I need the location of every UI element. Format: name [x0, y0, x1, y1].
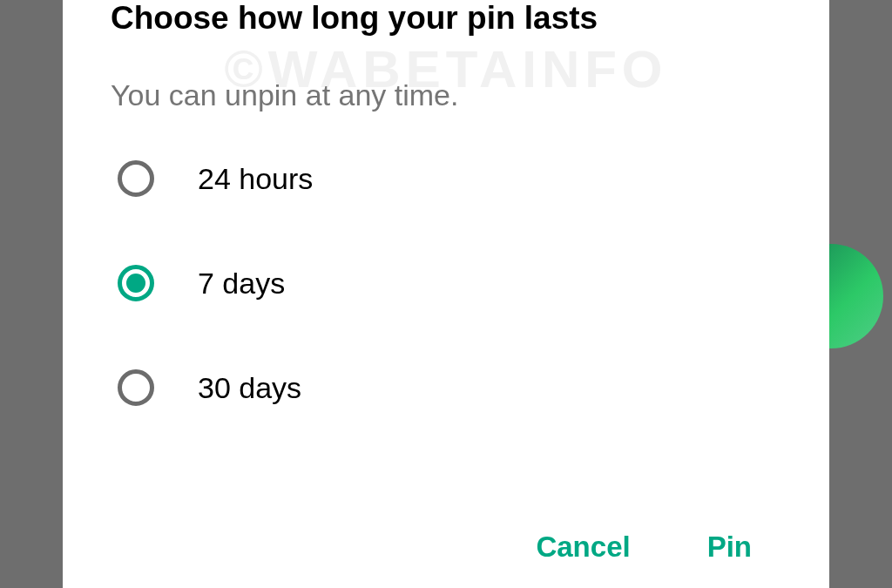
dialog-title: Choose how long your pin lasts	[111, 0, 781, 37]
backdrop-left	[0, 0, 63, 588]
radio-label: 24 hours	[198, 162, 313, 196]
radio-label: 30 days	[198, 371, 301, 405]
radio-option-30-days[interactable]: 30 days	[118, 369, 781, 406]
pin-button[interactable]: Pin	[704, 524, 755, 571]
radio-indicator-icon	[118, 369, 154, 406]
radio-indicator-selected-icon	[118, 265, 154, 301]
radio-indicator-icon	[118, 160, 154, 197]
radio-options-group: 24 hours 7 days 30 days	[111, 160, 781, 406]
cancel-button[interactable]: Cancel	[532, 524, 633, 571]
radio-option-7-days[interactable]: 7 days	[118, 265, 781, 301]
radio-label: 7 days	[198, 267, 285, 301]
dialog-button-row: Cancel Pin	[111, 524, 781, 579]
pin-duration-dialog: ©WABETAINFO Choose how long your pin las…	[63, 0, 829, 588]
dialog-subtitle: You can unpin at any time.	[111, 78, 781, 112]
backdrop-right	[829, 0, 892, 588]
radio-option-24-hours[interactable]: 24 hours	[118, 160, 781, 197]
